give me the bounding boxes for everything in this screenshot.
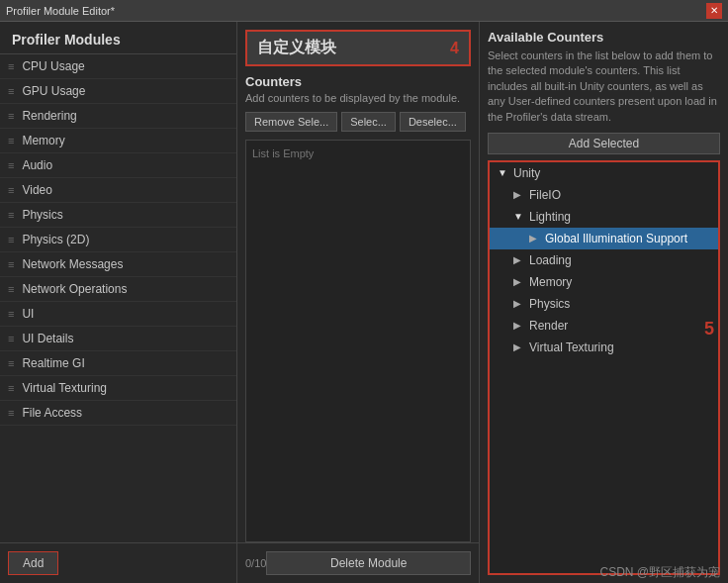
module-item[interactable]: ≡File Access bbox=[0, 401, 236, 426]
tree-arrow-icon: ▶ bbox=[513, 254, 523, 265]
module-item[interactable]: ≡Audio bbox=[0, 153, 236, 178]
counters-desc: Add counters to be displayed by the modu… bbox=[245, 92, 471, 104]
tree-item-label: Lighting bbox=[529, 210, 571, 224]
tree-item-label: FileIO bbox=[529, 188, 561, 202]
drag-handle-icon: ≡ bbox=[8, 209, 14, 221]
module-item[interactable]: ≡Network Messages bbox=[0, 252, 236, 277]
middle-panel: 自定义模块 4 Counters Add counters to be disp… bbox=[237, 22, 480, 583]
tree-item[interactable]: ▶Memory bbox=[490, 271, 718, 293]
watermark: CSDN @野区捕获为宠 bbox=[599, 564, 720, 581]
drag-handle-icon: ≡ bbox=[8, 333, 14, 344]
available-counters-title: Available Counters bbox=[488, 30, 720, 45]
drag-handle-icon: ≡ bbox=[8, 234, 14, 245]
available-counters-desc: Select counters in the list below to add… bbox=[488, 49, 720, 125]
close-button[interactable]: ✕ bbox=[706, 3, 722, 19]
drag-handle-icon: ≡ bbox=[8, 382, 14, 394]
drag-handle-icon: ≡ bbox=[8, 283, 14, 295]
counter-list-area: List is Empty bbox=[245, 140, 471, 542]
drag-handle-icon: ≡ bbox=[8, 184, 14, 196]
drag-handle-icon: ≡ bbox=[8, 85, 14, 97]
select-button[interactable]: Selec... bbox=[341, 112, 396, 132]
tree-arrow-icon: ▶ bbox=[529, 233, 539, 243]
tree-item[interactable]: ▶FileIO bbox=[490, 184, 718, 206]
tree-item-label: Render bbox=[529, 319, 568, 333]
module-item[interactable]: ≡Realtime GI bbox=[0, 351, 236, 376]
counters-title: Counters bbox=[245, 74, 471, 89]
drag-handle-icon: ≡ bbox=[8, 135, 14, 146]
module-item[interactable]: ≡UI bbox=[0, 302, 236, 327]
module-item[interactable]: ≡Physics (2D) bbox=[0, 228, 236, 252]
tree-item[interactable]: ▼Unity bbox=[490, 162, 718, 184]
tree-arrow-icon: ▶ bbox=[513, 298, 523, 309]
left-panel: Profiler Modules ≡CPU Usage≡GPU Usage≡Re… bbox=[0, 22, 237, 583]
main-layout: Profiler Modules ≡CPU Usage≡GPU Usage≡Re… bbox=[0, 22, 728, 583]
tree-item[interactable]: ▶Global Illumination Support bbox=[490, 228, 718, 249]
tree-item-label: Loading bbox=[529, 253, 572, 267]
custom-module-text: 自定义模块 bbox=[257, 38, 336, 58]
add-selected-button[interactable]: Add Selected bbox=[488, 133, 720, 154]
drag-handle-icon: ≡ bbox=[8, 60, 14, 72]
tree-item-label: Global Illumination Support bbox=[545, 232, 687, 245]
middle-footer: 0/10 Delete Module bbox=[237, 542, 479, 583]
tree-item[interactable]: ▼Lighting bbox=[490, 206, 718, 228]
custom-module-header: 自定义模块 4 bbox=[245, 30, 471, 66]
drag-handle-icon: ≡ bbox=[8, 308, 14, 320]
right-panel-wrapper: Available Counters Select counters in th… bbox=[480, 22, 728, 583]
tree-item[interactable]: ▶Physics bbox=[490, 293, 718, 315]
drag-handle-icon: ≡ bbox=[8, 357, 14, 369]
tree-item-label: Unity bbox=[513, 166, 540, 180]
add-button[interactable]: Add bbox=[8, 551, 58, 575]
tree-arrow-icon: ▶ bbox=[513, 320, 523, 331]
module-list: ≡CPU Usage≡GPU Usage≡Rendering≡Memory≡Au… bbox=[0, 54, 236, 542]
counter-count: 0/10 bbox=[245, 557, 266, 569]
tree-item[interactable]: ▶Render bbox=[490, 315, 718, 337]
deselect-button[interactable]: Deselec... bbox=[400, 112, 466, 132]
module-item[interactable]: ≡Rendering bbox=[0, 104, 236, 129]
drag-handle-icon: ≡ bbox=[8, 407, 14, 419]
step-number-4: 4 bbox=[450, 40, 459, 57]
tree-item-label: Memory bbox=[529, 275, 572, 289]
drag-handle-icon: ≡ bbox=[8, 159, 14, 171]
delete-module-button[interactable]: Delete Module bbox=[266, 551, 471, 575]
tree-item-label: Virtual Texturing bbox=[529, 340, 614, 354]
module-item[interactable]: ≡GPU Usage bbox=[0, 79, 236, 104]
counters-section: Counters Add counters to be displayed by… bbox=[237, 74, 479, 542]
right-panel: Available Counters Select counters in th… bbox=[480, 22, 728, 583]
module-item[interactable]: ≡Video bbox=[0, 178, 236, 203]
tree-item[interactable]: ▶Virtual Texturing bbox=[490, 337, 718, 358]
drag-handle-icon: ≡ bbox=[8, 258, 14, 270]
module-item[interactable]: ≡CPU Usage bbox=[0, 54, 236, 79]
drag-handle-icon: ≡ bbox=[8, 110, 14, 122]
left-panel-title: Profiler Modules bbox=[0, 22, 236, 54]
title-bar: Profiler Module Editor* ✕ bbox=[0, 0, 728, 22]
module-item[interactable]: ≡UI Details bbox=[0, 327, 236, 351]
module-item[interactable]: ≡Memory bbox=[0, 129, 236, 153]
step-number-5: 5 bbox=[704, 319, 714, 340]
module-item[interactable]: ≡Virtual Texturing bbox=[0, 376, 236, 401]
tree-arrow-icon: ▶ bbox=[513, 189, 523, 200]
window-title: Profiler Module Editor* bbox=[6, 5, 115, 17]
remove-select-button[interactable]: Remove Sele... bbox=[245, 112, 337, 132]
left-panel-footer: Add bbox=[0, 542, 236, 583]
counter-buttons: Remove Sele... Selec... Deselec... bbox=[245, 112, 471, 132]
tree-arrow-icon: ▼ bbox=[498, 167, 507, 178]
tree-item[interactable]: ▶Loading bbox=[490, 249, 718, 271]
list-empty-text: List is Empty bbox=[252, 147, 314, 159]
tree-arrow-icon: ▶ bbox=[513, 276, 523, 287]
tree-item-label: Physics bbox=[529, 297, 570, 311]
module-item[interactable]: ≡Network Operations bbox=[0, 277, 236, 302]
module-item[interactable]: ≡Physics bbox=[0, 203, 236, 228]
tree-arrow-icon: ▼ bbox=[513, 211, 523, 222]
tree-arrow-icon: ▶ bbox=[513, 341, 523, 352]
tree-area: ▼Unity▶FileIO▼Lighting▶Global Illuminati… bbox=[488, 160, 720, 575]
